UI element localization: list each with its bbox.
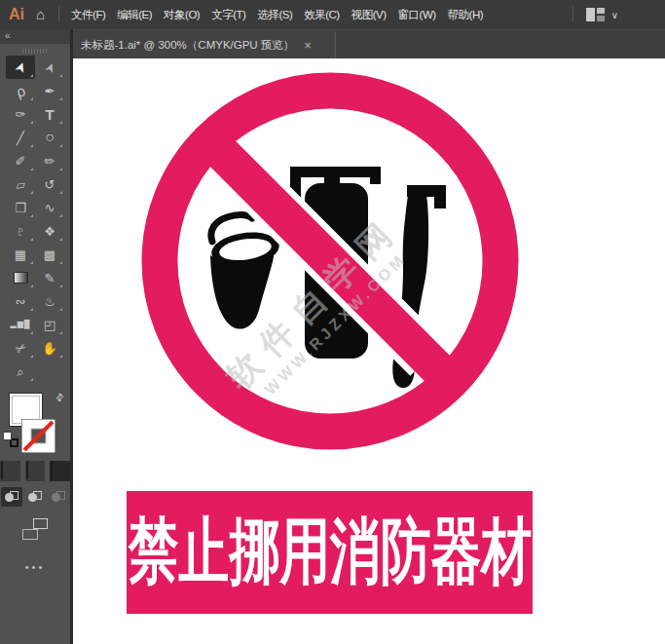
menu-h[interactable]: 帮助(H): [444, 9, 487, 20]
edit-toolbar-button[interactable]: •••: [0, 561, 70, 573]
shape-builder-tool-icon: ❖: [44, 225, 55, 238]
symbol-sprayer-tool-icon: ♨: [44, 295, 55, 308]
column-graph-tool-icon: ▂▆█: [11, 321, 31, 328]
menu-w[interactable]: 窗口(W): [394, 9, 440, 20]
sign-banner[interactable]: 禁止挪用消防器材: [127, 491, 533, 614]
curvature-tool-icon: ✑: [16, 108, 26, 121]
lasso-tool-icon: ρ: [15, 83, 27, 99]
tool-puppet-warp-tool[interactable]: ♇: [6, 219, 35, 243]
tool-eyedropper-tool[interactable]: ✎: [35, 266, 64, 289]
tool-rotate-tool[interactable]: ↺: [35, 172, 64, 196]
tool-pen-tool[interactable]: ✒: [35, 79, 64, 102]
gradient-tool-icon: [14, 272, 28, 284]
tool-type-tool[interactable]: T: [35, 102, 64, 126]
stroke-color-swatch[interactable]: [21, 419, 55, 453]
fill-with-gradient-button[interactable]: [25, 461, 46, 481]
tool-mesh-tool[interactable]: ▩: [35, 243, 64, 266]
default-fill-stroke-icon[interactable]: [3, 432, 18, 447]
workspace-layout-icon: [586, 8, 605, 21]
fill-with-none-button[interactable]: [50, 461, 70, 481]
eyedropper-tool-icon: ✎: [45, 272, 55, 284]
tool-direct-selection-tool[interactable]: ➤: [35, 56, 64, 79]
perspective-grid-tool-icon: ▦: [15, 248, 26, 261]
scale-tool-icon: ❐: [15, 202, 26, 214]
pencil-tool-icon: ✏: [45, 155, 55, 168]
tool-hand-tool[interactable]: ✋: [35, 336, 64, 360]
draw-inside-button[interactable]: [48, 487, 69, 507]
tool-width-tool[interactable]: ∿: [35, 196, 64, 219]
close-icon[interactable]: ×: [304, 38, 312, 53]
menu-e[interactable]: 编辑(E): [113, 9, 156, 20]
draw-normal-button[interactable]: [1, 487, 22, 507]
tool-curvature-tool[interactable]: ✑: [6, 102, 35, 126]
menu-c[interactable]: 效果(C): [300, 9, 343, 20]
tool-slice-tool[interactable]: ✂: [6, 336, 35, 360]
type-tool-icon: T: [45, 107, 54, 122]
tool-ellipse-tool[interactable]: ○: [35, 126, 64, 149]
pen-tool-icon: ✒: [45, 85, 55, 97]
menu-t[interactable]: 文字(T): [207, 9, 249, 20]
eraser-tool-icon: ▱: [15, 177, 26, 191]
tool-artboard-tool[interactable]: ◰: [35, 313, 64, 336]
rotate-tool-icon: ↺: [45, 178, 55, 191]
chevron-down-icon: ∨: [611, 10, 618, 20]
tool-column-graph-tool[interactable]: ▂▆█: [6, 313, 35, 336]
tool-gradient-tool[interactable]: [6, 266, 35, 289]
divider: [58, 7, 59, 22]
menu-items: 文件(F)编辑(E)对象(O)文字(T)选择(S)效果(C)视图(V)窗口(W)…: [65, 8, 489, 22]
ellipse-tool-icon: ○: [45, 130, 55, 145]
illustrator-window: Ai ⌂ 文件(F)编辑(E)对象(O)文字(T)选择(S)效果(C)视图(V)…: [0, 0, 665, 644]
tool-grid: ➤➤ρ✒✑T╱○✐✏▱↺❐∿♇❖▦▩✎∾♨▂▆█◰✂✋⌕: [0, 56, 70, 383]
direct-selection-tool-icon: ➤: [42, 60, 57, 75]
selection-tool-icon: ➤: [12, 59, 28, 75]
tool-shape-builder-tool[interactable]: ❖: [35, 219, 64, 243]
width-tool-icon: ∿: [45, 202, 55, 214]
document-tab-bar: 未标题-1.ai* @ 300%（CMYK/GPU 预览） ×: [73, 29, 665, 58]
menu-bar: Ai ⌂ 文件(F)编辑(E)对象(O)文字(T)选择(S)效果(C)视图(V)…: [0, 0, 665, 29]
tool-zoom-tool[interactable]: ⌕: [6, 360, 35, 383]
paint-style-row: [0, 461, 70, 481]
tool-scale-tool[interactable]: ❐: [6, 196, 35, 219]
divider: [573, 7, 573, 22]
mesh-tool-icon: ▩: [44, 248, 55, 261]
zoom-tool-icon: ⌕: [17, 365, 23, 378]
change-screen-mode-button[interactable]: [22, 518, 48, 540]
tool-eraser-tool[interactable]: ▱: [6, 172, 35, 196]
document-tab[interactable]: 未标题-1.ai* @ 300%（CMYK/GPU 预览） ×: [73, 31, 336, 59]
menu-o[interactable]: 对象(O): [160, 9, 203, 20]
paintbrush-tool-icon: ✐: [16, 155, 26, 168]
draw-behind-button[interactable]: [24, 487, 46, 507]
puppet-warp-tool-icon: ♇: [16, 225, 25, 238]
hand-tool-icon: ✋: [42, 342, 57, 355]
tool-lasso-tool[interactable]: ρ: [6, 79, 35, 102]
tool-perspective-grid-tool[interactable]: ▦: [6, 243, 35, 266]
drawing-modes: [0, 487, 70, 507]
illustrator-logo: Ai: [9, 6, 24, 23]
toolbar-grip[interactable]: [22, 49, 48, 54]
fill-stroke-widget: ⇄: [0, 391, 70, 457]
home-icon[interactable]: ⌂: [36, 6, 45, 22]
tool-symbol-sprayer-tool[interactable]: ♨: [35, 289, 64, 313]
tool-blend-tool[interactable]: ∾: [6, 289, 35, 313]
toolbar-dock: « ➤➤ρ✒✑T╱○✐✏▱↺❐∿♇❖▦▩✎∾♨▂▆█◰✂✋⌕ ⇄: [0, 29, 73, 644]
menu-f[interactable]: 文件(F): [67, 9, 109, 20]
menu-v[interactable]: 视图(V): [348, 9, 390, 20]
artboard-canvas[interactable]: 软件自学网 WWW.RJZXW.COM 禁止挪用消防器材: [73, 58, 665, 644]
tool-paintbrush-tool[interactable]: ✐: [6, 149, 35, 172]
artboard-tool-icon: ◰: [44, 319, 55, 331]
line-segment-tool-icon: ╱: [17, 132, 24, 144]
tool-pencil-tool[interactable]: ✏: [35, 149, 64, 172]
toolbar-header[interactable]: «: [0, 29, 70, 44]
swap-fill-stroke-icon[interactable]: ⇄: [53, 391, 66, 404]
toolbar-panel: ➤➤ρ✒✑T╱○✐✏▱↺❐∿♇❖▦▩✎∾♨▂▆█◰✂✋⌕ ⇄: [0, 44, 70, 644]
workspace-switcher[interactable]: ∨: [567, 7, 618, 22]
menu-s[interactable]: 选择(S): [253, 9, 296, 20]
slice-tool-icon: ✂: [13, 340, 28, 357]
fill-with-color-button[interactable]: [0, 461, 20, 481]
tool-line-segment-tool[interactable]: ╱: [6, 126, 35, 149]
document-tab-title: 未标题-1.ai* @ 300%（CMYK/GPU 预览）: [81, 38, 294, 53]
tool-selection-tool[interactable]: ➤: [6, 56, 35, 79]
blend-tool-icon: ∾: [16, 295, 26, 308]
sign-banner-text: 禁止挪用消防器材: [128, 504, 531, 601]
